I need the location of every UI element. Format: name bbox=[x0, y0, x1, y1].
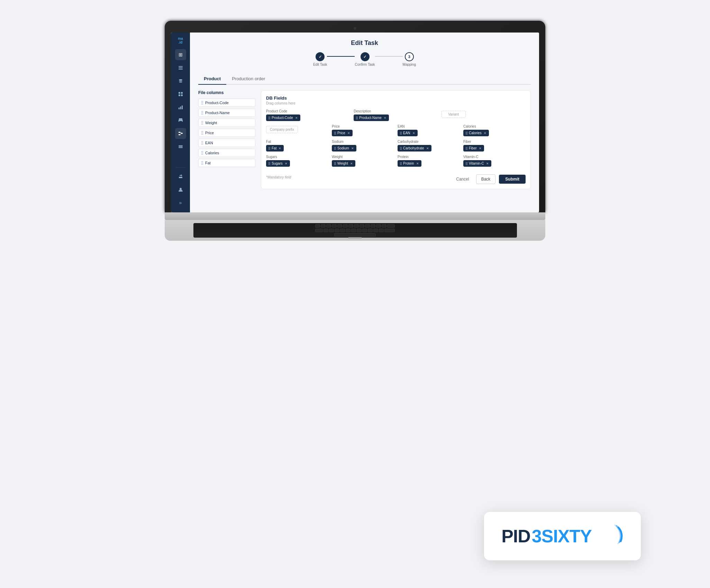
field-label-price: Price bbox=[332, 125, 394, 128]
tag-close-btn[interactable]: ✕ bbox=[351, 147, 354, 150]
column-item-fat[interactable]: Fat bbox=[198, 159, 255, 167]
sidebar-icon-user[interactable] bbox=[175, 184, 186, 195]
step-1-label: Edit Task bbox=[313, 63, 327, 66]
tag-close-btn[interactable]: ✕ bbox=[350, 162, 353, 165]
cancel-button[interactable]: Cancel bbox=[453, 175, 472, 184]
db-fields-subtitle: Drag columns here bbox=[266, 101, 526, 105]
key bbox=[373, 229, 378, 232]
field-tag-vitamin-c[interactable]: Vitamin-C ✕ bbox=[463, 160, 491, 167]
tag-close-btn[interactable]: ✕ bbox=[484, 131, 486, 135]
tabs: Product Production order bbox=[198, 73, 531, 85]
brand-card: PID 3SIXTY bbox=[484, 512, 641, 560]
field-label-vitamin-c: Vitamin-C bbox=[463, 155, 526, 159]
drag-handle bbox=[201, 151, 203, 155]
sidebar-icon-print[interactable] bbox=[175, 115, 186, 126]
key bbox=[346, 229, 351, 232]
field-label-description: Description bbox=[354, 109, 438, 113]
laptop-mockup: ma.id ⊞ bbox=[165, 21, 545, 241]
sidebar-icon-grid[interactable] bbox=[175, 89, 186, 100]
field-tag-fat[interactable]: Fat ✕ bbox=[266, 145, 284, 151]
laptop-keyboard-base bbox=[165, 220, 545, 241]
field-placeholder-variant[interactable]: Variant bbox=[442, 111, 466, 118]
field-tag-weight[interactable]: Weight ✕ bbox=[332, 160, 355, 167]
step-1-circle: ✓ bbox=[316, 52, 325, 61]
field-tag-calories[interactable]: Calories ✕ bbox=[463, 130, 489, 136]
sidebar-icon-expand[interactable]: » bbox=[175, 197, 186, 208]
field-tag-carbohydrate[interactable]: Carbohydrate ✕ bbox=[398, 145, 431, 151]
tag-close-btn[interactable]: ✕ bbox=[426, 147, 429, 150]
keyboard-area bbox=[193, 223, 517, 238]
tag-close-btn[interactable]: ✕ bbox=[384, 116, 386, 120]
back-button[interactable]: Back bbox=[476, 174, 496, 184]
field-group-vitamin-c: Vitamin-C Vitamin-C ✕ bbox=[463, 155, 526, 167]
column-item-price[interactable]: Price bbox=[198, 129, 255, 137]
sidebar-icon-mapping[interactable] bbox=[175, 128, 186, 139]
field-tag-sodium[interactable]: Sodium ✕ bbox=[332, 145, 356, 151]
tag-text: Sodium bbox=[337, 146, 349, 150]
tag-text: Calories bbox=[469, 131, 482, 135]
key bbox=[384, 229, 395, 232]
tag-text: Price bbox=[337, 131, 345, 135]
sidebar-icon-layers[interactable] bbox=[175, 75, 186, 86]
field-tag-fiber[interactable]: Fiber ✕ bbox=[463, 145, 484, 151]
tag-text: Vitamin-C bbox=[469, 162, 484, 165]
drag-handle bbox=[201, 131, 203, 135]
tag-close-btn[interactable]: ✕ bbox=[347, 131, 350, 135]
camera-dot bbox=[354, 27, 356, 30]
svg-rect-13 bbox=[179, 120, 180, 121]
tab-production-order[interactable]: Production order bbox=[226, 73, 271, 85]
tag-close-btn[interactable]: ✕ bbox=[279, 147, 281, 150]
key bbox=[368, 229, 373, 232]
svg-rect-12 bbox=[179, 121, 182, 122]
page-title: Edit Task bbox=[198, 39, 531, 47]
tab-product[interactable]: Product bbox=[198, 73, 226, 85]
column-item-product-name[interactable]: Product-Name bbox=[198, 109, 255, 117]
file-columns-panel: File columns Product-Code bbox=[198, 90, 255, 189]
sidebar-icon-dashboard[interactable]: ⊞ bbox=[175, 49, 186, 60]
laptop-base bbox=[165, 212, 545, 220]
submit-button[interactable]: Submit bbox=[499, 175, 526, 184]
field-tag-description[interactable]: Product-Name ✕ bbox=[354, 114, 389, 121]
field-tag-protein[interactable]: Protein ✕ bbox=[398, 160, 421, 167]
content-area: File columns Product-Code bbox=[198, 90, 531, 189]
brand-text-dark: PID bbox=[501, 526, 530, 546]
tag-close-btn[interactable]: ✕ bbox=[479, 147, 482, 150]
field-group-carbohydrate: Carbohydrate Carbohydrate ✕ bbox=[398, 140, 460, 151]
tag-close-btn[interactable]: ✕ bbox=[412, 131, 415, 135]
step-3: 3 Mapping bbox=[403, 52, 416, 66]
field-group-fat: Fat Fat ✕ bbox=[266, 140, 328, 151]
drag-handle bbox=[201, 111, 203, 114]
field-placeholder-company-prefix[interactable]: Company prefix bbox=[266, 126, 298, 133]
column-item-ean[interactable]: EAN bbox=[198, 139, 255, 147]
key bbox=[315, 229, 323, 232]
tag-close-btn[interactable]: ✕ bbox=[486, 162, 489, 165]
svg-rect-6 bbox=[179, 94, 180, 96]
field-tag-product-code[interactable]: Product-Code ✕ bbox=[266, 114, 300, 121]
svg-rect-11 bbox=[179, 118, 182, 120]
field-label-sugars: Sugars bbox=[266, 155, 328, 159]
sidebar-icon-list[interactable] bbox=[175, 62, 186, 73]
sidebar-icon-export[interactable] bbox=[175, 171, 186, 182]
tag-close-btn[interactable]: ✕ bbox=[416, 162, 419, 165]
svg-rect-16 bbox=[179, 134, 180, 135]
svg-rect-10 bbox=[182, 105, 183, 109]
field-label-fiber: Fiber bbox=[463, 140, 526, 144]
field-label-calories: Calories bbox=[463, 125, 526, 128]
tag-close-btn[interactable]: ✕ bbox=[295, 116, 298, 120]
column-item-calories[interactable]: Calories bbox=[198, 149, 255, 157]
tag-close-btn[interactable]: ✕ bbox=[285, 162, 288, 165]
field-tag-ean[interactable]: EAN ✕ bbox=[398, 130, 418, 136]
sidebar-icon-settings[interactable] bbox=[175, 141, 186, 152]
field-tag-sugars[interactable]: Sugars ✕ bbox=[266, 160, 290, 167]
key bbox=[354, 224, 359, 228]
field-tag-price[interactable]: Price ✕ bbox=[332, 130, 353, 136]
field-group-sodium: Sodium Sodium ✕ bbox=[332, 140, 394, 151]
key bbox=[324, 229, 328, 232]
field-label-product-code: Product Code bbox=[266, 109, 350, 113]
main-content: Edit Task ✓ Edit Task ✓ Confirm T bbox=[190, 33, 539, 212]
svg-rect-14 bbox=[179, 132, 180, 133]
column-label: Fat bbox=[205, 161, 211, 165]
sidebar-icon-chart[interactable] bbox=[175, 102, 186, 113]
column-item-product-code[interactable]: Product-Code bbox=[198, 99, 255, 107]
column-item-weight[interactable]: Weight bbox=[198, 119, 255, 127]
